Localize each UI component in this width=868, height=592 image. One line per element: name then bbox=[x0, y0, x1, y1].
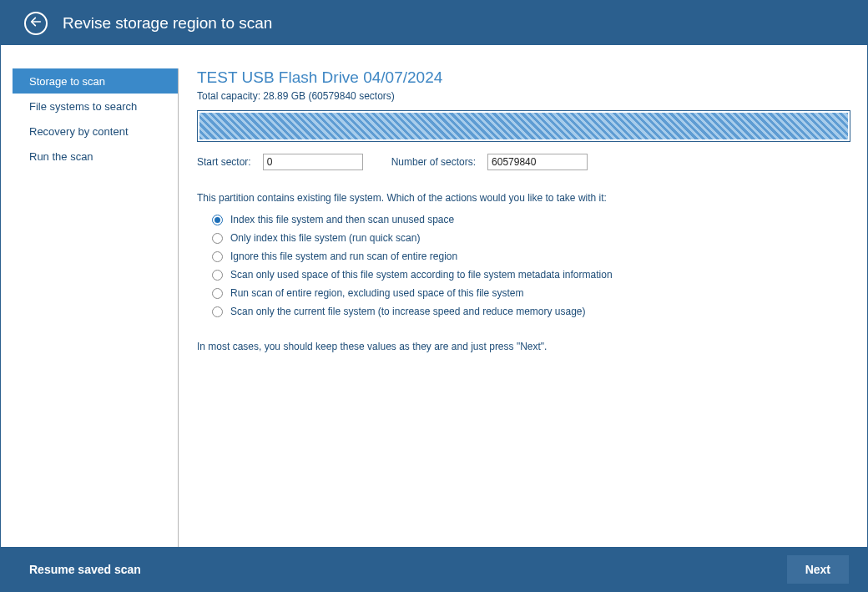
radio-icon bbox=[212, 288, 223, 299]
sidebar: Storage to scan File systems to search R… bbox=[13, 68, 178, 547]
radio-icon bbox=[212, 270, 223, 281]
window: Revise storage region to scan Storage to… bbox=[0, 0, 868, 592]
radio-option-scan-current-only[interactable]: Scan only the current file system (to in… bbox=[212, 306, 850, 317]
radio-label: Only index this file system (run quick s… bbox=[230, 232, 420, 244]
start-sector-label: Start sector: bbox=[197, 156, 251, 168]
action-question: This partition contains existing file sy… bbox=[197, 192, 850, 204]
radio-label: Index this file system and then scan unu… bbox=[230, 214, 454, 225]
sector-params: Start sector: Number of sectors: bbox=[197, 154, 850, 170]
radio-icon bbox=[212, 233, 223, 244]
next-button[interactable]: Next bbox=[787, 555, 849, 584]
radio-label: Scan only the current file system (to in… bbox=[230, 306, 586, 317]
main-panel: TEST USB Flash Drive 04/07/2024 Total ca… bbox=[179, 68, 855, 547]
sidebar-item-storage-to-scan[interactable]: Storage to scan bbox=[13, 68, 178, 94]
radio-icon bbox=[212, 215, 223, 225]
sidebar-item-file-systems[interactable]: File systems to search bbox=[13, 94, 178, 119]
radio-label: Ignore this file system and run scan of … bbox=[230, 250, 457, 262]
storage-bar[interactable] bbox=[197, 110, 850, 142]
resume-saved-scan-link[interactable]: Resume saved scan bbox=[29, 563, 141, 576]
sidebar-item-run-the-scan[interactable]: Run the scan bbox=[13, 144, 178, 169]
radio-list: Index this file system and then scan unu… bbox=[197, 214, 850, 317]
radio-option-scan-excluding-used[interactable]: Run scan of entire region, excluding use… bbox=[212, 287, 850, 299]
radio-label: Scan only used space of this file system… bbox=[230, 269, 613, 281]
hint-text: In most cases, you should keep these val… bbox=[197, 341, 850, 352]
body: Storage to scan File systems to search R… bbox=[1, 45, 867, 547]
title-bar: Revise storage region to scan bbox=[1, 1, 867, 45]
radio-icon bbox=[212, 251, 223, 262]
drive-title: TEST USB Flash Drive 04/07/2024 bbox=[197, 68, 850, 87]
radio-icon bbox=[212, 306, 223, 317]
radio-label: Run scan of entire region, excluding use… bbox=[230, 287, 524, 299]
sidebar-item-recovery-by-content[interactable]: Recovery by content bbox=[13, 119, 178, 144]
footer-bar: Resume saved scan Next bbox=[1, 547, 867, 591]
arrow-left-icon bbox=[29, 15, 43, 32]
radio-option-only-index[interactable]: Only index this file system (run quick s… bbox=[212, 232, 850, 244]
start-sector-input[interactable] bbox=[263, 154, 363, 170]
radio-option-scan-used-space[interactable]: Scan only used space of this file system… bbox=[212, 269, 850, 281]
num-sectors-input[interactable] bbox=[487, 154, 588, 170]
radio-option-ignore-and-scan[interactable]: Ignore this file system and run scan of … bbox=[212, 250, 850, 262]
num-sectors-label: Number of sectors: bbox=[391, 156, 476, 168]
storage-bar-fill bbox=[199, 113, 848, 139]
capacity-line: Total capacity: 28.89 GB (60579840 secto… bbox=[197, 90, 850, 102]
back-button[interactable] bbox=[24, 12, 48, 35]
radio-option-index-then-scan[interactable]: Index this file system and then scan unu… bbox=[212, 214, 850, 225]
page-title: Revise storage region to scan bbox=[63, 14, 272, 33]
